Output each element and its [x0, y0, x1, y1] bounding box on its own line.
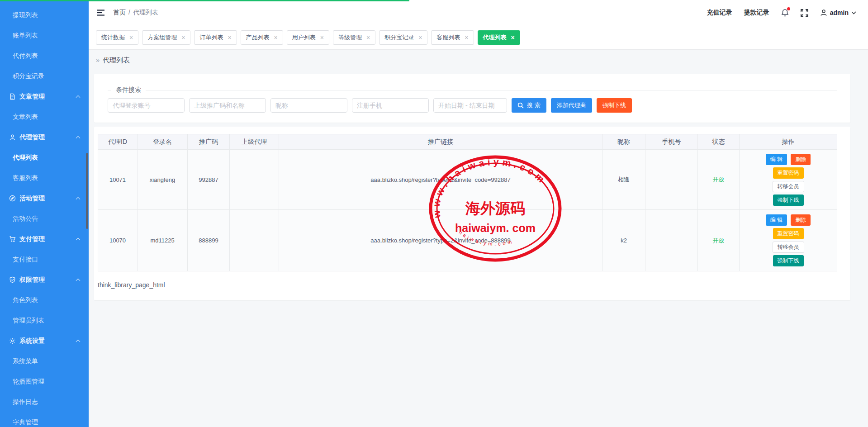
cell-phone: [645, 150, 698, 210]
sidebar-item[interactable]: 账单列表: [0, 25, 89, 46]
reset-password-button[interactable]: 重置密码: [773, 167, 804, 179]
force-offline-button[interactable]: 强制下线: [773, 195, 804, 206]
reset-password-button[interactable]: 重置密码: [773, 228, 804, 239]
tab-item[interactable]: 订单列表×: [194, 30, 237, 45]
sidebar-item[interactable]: 提现列表: [0, 5, 89, 25]
search-legend: 条件搜索: [111, 86, 146, 94]
edit-button[interactable]: 编 辑: [766, 154, 787, 165]
tab-item[interactable]: 等级管理×: [333, 30, 375, 45]
agent-account-input[interactable]: [108, 98, 185, 113]
sidebar-item[interactable]: 积分宝记录: [0, 66, 89, 86]
username-label: admin: [830, 9, 849, 16]
tab-item[interactable]: 客服列表×: [431, 30, 474, 45]
recharge-records-link[interactable]: 充值记录: [707, 9, 732, 17]
sidebar-item[interactable]: 代理列表: [0, 147, 89, 168]
close-icon[interactable]: ×: [320, 34, 324, 41]
withdraw-records-link[interactable]: 提款记录: [744, 9, 769, 17]
sidebar-scrollbar[interactable]: [86, 153, 88, 229]
breadcrumb-home[interactable]: 首页: [113, 9, 126, 16]
force-offline-all-button[interactable]: 强制下线: [597, 98, 632, 113]
cell-link: aaa.blizko.shop/register?type=2&invite_c…: [279, 150, 602, 210]
sidebar-item[interactable]: 客服列表: [0, 168, 89, 188]
cell-id: 10071: [98, 150, 138, 210]
force-offline-button[interactable]: 强制下线: [773, 255, 804, 266]
tab-item[interactable]: 积分宝记录×: [379, 30, 427, 45]
page-title: »代理列表: [96, 56, 130, 65]
delete-button[interactable]: 删除: [791, 154, 811, 165]
phone-input[interactable]: [352, 98, 429, 113]
sidebar-item-label: 字典管理: [13, 418, 38, 427]
document-icon: [9, 93, 16, 100]
cell-status: 开放: [698, 210, 740, 271]
close-icon[interactable]: ×: [274, 34, 278, 41]
parent-code-input[interactable]: [189, 98, 266, 113]
sidebar-item-label: 活动管理: [19, 195, 45, 203]
chevron-up-icon: [76, 95, 81, 100]
column-header: 推广码: [188, 134, 230, 150]
sidebar-item[interactable]: 代付列表: [0, 46, 89, 66]
close-icon[interactable]: ×: [465, 34, 468, 41]
add-agent-button[interactable]: 添加代理商: [551, 98, 592, 113]
tab-item[interactable]: 产品列表×: [241, 30, 283, 45]
sidebar-item-label: 管理员列表: [13, 317, 44, 325]
sidebar-item-label: 支付接口: [13, 256, 38, 264]
chevron-up-icon: [76, 237, 81, 242]
cell-parent: [230, 150, 279, 210]
close-icon[interactable]: ×: [129, 34, 133, 41]
close-icon[interactable]: ×: [511, 34, 515, 41]
bell-icon[interactable]: [781, 9, 789, 17]
sidebar-group[interactable]: 代理管理: [0, 127, 89, 147]
close-icon[interactable]: ×: [418, 34, 422, 41]
sidebar-item-label: 文章管理: [19, 93, 45, 101]
search-button[interactable]: 搜 索: [512, 98, 546, 113]
sidebar-item-label: 客服列表: [13, 174, 38, 182]
nickname-input[interactable]: [270, 98, 347, 113]
sidebar-item[interactable]: 操作日志: [0, 392, 89, 412]
sidebar-group[interactable]: 支付管理: [0, 229, 89, 249]
close-icon[interactable]: ×: [366, 34, 370, 41]
user-menu[interactable]: admin: [820, 9, 856, 16]
sidebar-group[interactable]: 文章管理: [0, 86, 89, 107]
sidebar-item[interactable]: 角色列表: [0, 290, 89, 310]
sidebar-item-label: 代付列表: [13, 52, 38, 60]
fullscreen-icon[interactable]: [801, 9, 808, 17]
sidebar-item[interactable]: 字典管理: [0, 412, 89, 427]
close-icon[interactable]: ×: [228, 34, 231, 41]
sidebar-item-label: 轮播图管理: [13, 378, 44, 386]
delete-button[interactable]: 删除: [791, 214, 811, 226]
sidebar-group[interactable]: 活动管理: [0, 188, 89, 209]
transfer-member-button[interactable]: 转移会员: [773, 242, 804, 253]
date-range-input[interactable]: [433, 98, 507, 113]
close-icon[interactable]: ×: [181, 34, 185, 41]
menu-toggle-icon[interactable]: [97, 9, 105, 16]
sidebar-item[interactable]: 系统菜单: [0, 351, 89, 371]
transfer-member-button[interactable]: 转移会员: [773, 181, 804, 192]
cell-nick: k2: [602, 210, 645, 271]
sidebar-item[interactable]: 管理员列表: [0, 310, 89, 331]
sidebar-item[interactable]: 轮播图管理: [0, 371, 89, 392]
sidebar-group[interactable]: 系统设置: [0, 331, 89, 351]
search-icon: [517, 102, 524, 109]
sidebar-item[interactable]: 支付接口: [0, 249, 89, 270]
tab-item[interactable]: 统计数据×: [96, 30, 138, 45]
footer-note: think_library_page_html: [98, 281, 847, 289]
tab-label: 代理列表: [483, 33, 507, 42]
sidebar-group[interactable]: 权限管理: [0, 270, 89, 290]
search-fieldset: 条件搜索: [108, 86, 837, 94]
sidebar-item[interactable]: 文章列表: [0, 107, 89, 127]
sidebar-item-label: 系统菜单: [13, 357, 38, 365]
tab-item[interactable]: 用户列表×: [287, 30, 329, 45]
search-panel: 条件搜索 搜 索 添加代理商 强制下线: [94, 74, 850, 123]
column-header: 状态: [698, 134, 740, 150]
column-header: 推广链接: [279, 134, 602, 150]
sidebar-item[interactable]: 活动公告: [0, 209, 89, 229]
tab-item[interactable]: 方案组管理×: [142, 30, 190, 45]
tab-label: 产品列表: [246, 33, 270, 42]
tab-item[interactable]: 代理列表×: [478, 30, 520, 45]
cell-code: 992887: [188, 150, 230, 210]
edit-button[interactable]: 编 辑: [766, 214, 787, 226]
breadcrumb: 首页/代理列表: [113, 9, 158, 17]
breadcrumb-current: 代理列表: [133, 9, 158, 16]
sidebar-item-label: 角色列表: [13, 296, 38, 304]
sidebar-item-label: 积分宝记录: [13, 72, 44, 81]
